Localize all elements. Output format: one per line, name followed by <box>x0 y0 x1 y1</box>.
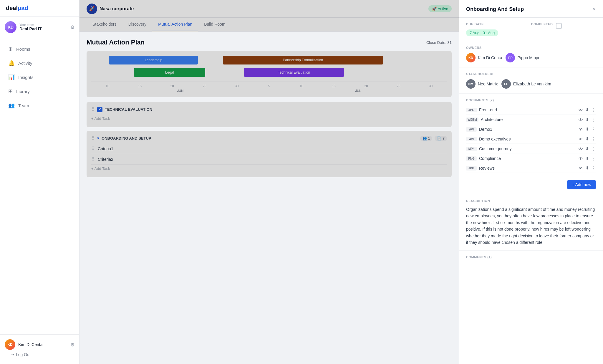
download-icon[interactable]: ⬇ <box>585 107 589 112</box>
user-settings-icon[interactable]: ⚙ <box>70 342 74 348</box>
active-icon: 🚀 <box>432 6 437 11</box>
bar-label: Technical Evaluation <box>278 70 310 75</box>
gantt-bars: Leadership Partnership Formalization Leg… <box>91 56 447 79</box>
more-icon[interactable]: ⋮ <box>592 146 596 151</box>
technical-eval-title: TECHNICAL EVALUATION <box>105 107 152 112</box>
add-task-button-1[interactable]: + Add Task <box>91 115 447 123</box>
sidebar: dealpad KD Your team Deal Pad IT ⚙ ⊕ Roo… <box>0 0 79 364</box>
owners-list: KD Kim Di Centa PP Pippo Mippo <box>466 53 596 62</box>
team-label: Your team <box>19 23 67 27</box>
team-settings-icon[interactable]: ⚙ <box>70 24 74 30</box>
team-avatar: KD <box>5 21 16 33</box>
insights-icon: 📊 <box>8 74 15 80</box>
view-icon[interactable]: 👁 <box>579 107 583 112</box>
more-icon[interactable]: ⋮ <box>592 136 596 142</box>
completed-label: COMPLETED <box>531 22 553 26</box>
more-icon[interactable]: ⋮ <box>592 107 596 112</box>
doc-name: Demo executives <box>479 137 576 141</box>
view-icon[interactable]: 👁 <box>579 137 583 142</box>
due-date-value: 7 Aug - 31 Aug <box>466 29 498 36</box>
bar-label: Partnership Formalization <box>283 58 323 62</box>
expand-icon[interactable]: ▾ <box>97 136 99 140</box>
doc-row-frontend: JPG Front-end 👁 ⬇ ⋮ <box>466 105 596 115</box>
doc-row-demo-exec: AVI Demo executives 👁 ⬇ ⋮ <box>466 135 596 144</box>
task-checkbox[interactable]: ✓ <box>97 107 102 112</box>
drag-handle-icon-3[interactable]: ⠿ <box>91 146 95 151</box>
doc-type: JPG <box>466 166 477 171</box>
stakeholder-avatar-elizabeth: EL <box>501 79 511 89</box>
user-avatar: KD <box>5 339 15 350</box>
onboarding-title: ONBOARDING AND SETUP <box>102 136 151 140</box>
tab-discovery[interactable]: Discovery <box>122 18 152 31</box>
download-icon[interactable]: ⬇ <box>585 146 589 151</box>
more-icon[interactable]: ⋮ <box>592 127 596 132</box>
close-date: Close Date: 31 <box>426 40 452 45</box>
month-labels: JUN JUL <box>91 89 447 92</box>
due-date-section: DUE DATE 7 Aug - 31 Aug COMPLETED <box>459 18 603 41</box>
sidebar-item-rooms[interactable]: ⊕ Rooms <box>2 42 77 56</box>
add-new-button[interactable]: + Add new <box>567 180 596 189</box>
sidebar-item-activity[interactable]: 🔔 Activity <box>2 56 77 70</box>
gantt-bar-legal[interactable]: Legal <box>134 68 205 77</box>
tab-stakeholders[interactable]: Stakeholders <box>87 18 122 31</box>
active-label: Active <box>438 6 448 11</box>
stakeholders-label: STAKEHOLDERS <box>466 72 596 76</box>
library-icon: ⊞ <box>8 88 13 95</box>
drag-handle-icon-2[interactable]: ⠿ <box>91 135 95 141</box>
download-icon[interactable]: ⬇ <box>585 166 589 171</box>
doc-name: Demo1 <box>479 127 576 132</box>
gantt-bar-technical[interactable]: Technical Evaluation <box>244 68 344 77</box>
owners-badge: 👥 1 <box>420 136 433 141</box>
more-icon[interactable]: ⋮ <box>592 117 596 122</box>
documents-list: JPG Front-end 👁 ⬇ ⋮ WEBM Architecture 👁 … <box>466 105 596 173</box>
description-label: DESCRIPTION <box>466 199 596 203</box>
doc-type: PNG <box>466 156 477 161</box>
view-icon[interactable]: 👁 <box>579 117 583 122</box>
sidebar-item-team[interactable]: 👥 Team <box>2 99 77 112</box>
doc-name: Front-end <box>479 107 576 112</box>
close-date-value: 31 <box>448 40 452 45</box>
sidebar-nav: ⊕ Rooms 🔔 Activity 📊 Insights ⊞ Library … <box>0 38 79 334</box>
sidebar-item-label: Activity <box>18 61 32 66</box>
doc-name: Customer journey <box>479 146 576 151</box>
gantt-bar-leadership[interactable]: Leadership <box>109 56 198 64</box>
docs-badge: 📄 7 <box>435 136 447 141</box>
more-icon[interactable]: ⋮ <box>592 166 596 171</box>
doc-row-compliance: PNG Compliance 👁 ⬇ ⋮ <box>466 154 596 163</box>
drag-handle-icon[interactable]: ⠿ <box>91 107 95 112</box>
view-icon[interactable]: 👁 <box>579 146 583 151</box>
logout-button[interactable]: ↪ Log Out <box>5 350 74 359</box>
download-icon[interactable]: ⬇ <box>585 156 589 161</box>
view-icon[interactable]: 👁 <box>579 127 583 132</box>
more-icon[interactable]: ⋮ <box>592 156 596 161</box>
doc-type: AVI <box>466 137 477 141</box>
map-title: Mutual Action Plan <box>87 39 145 46</box>
completed-checkbox[interactable] <box>556 23 562 29</box>
stakeholder-avatar-neo: NM <box>466 79 476 89</box>
view-icon[interactable]: 👁 <box>579 156 583 161</box>
comments-section: COMMENTS (1) <box>459 251 603 264</box>
tab-mutual-action-plan[interactable]: Mutual Action Plan <box>152 18 198 31</box>
download-icon[interactable]: ⬇ <box>585 117 589 122</box>
doc-row-reviews: JPG Reviews 👁 ⬇ ⋮ <box>466 164 596 173</box>
view-icon[interactable]: 👁 <box>579 166 583 171</box>
download-icon[interactable]: ⬇ <box>585 136 589 142</box>
download-icon[interactable]: ⬇ <box>585 127 589 132</box>
tab-build-room[interactable]: Build Room <box>198 18 231 31</box>
sidebar-item-library[interactable]: ⊞ Library <box>2 85 77 98</box>
task-row-criteria2: ⠿ Criteria2 <box>91 154 447 165</box>
criteria1-label: Criteria1 <box>98 146 113 151</box>
gantt-bar-partnership[interactable]: Partnership Formalization <box>223 56 383 64</box>
task-row-criteria1: ⠿ Criteria1 <box>91 143 447 154</box>
panel-header: Onboarding And Setup × <box>459 0 603 18</box>
stakeholder-name-neo: Neo Matrix <box>478 82 498 86</box>
team-name: Deal Pad IT <box>19 27 67 31</box>
drag-handle-icon-4[interactable]: ⠿ <box>91 156 95 162</box>
add-task-button-2[interactable]: + Add Task <box>91 165 447 173</box>
owner-avatar-kim: KD <box>466 53 476 62</box>
stakeholders-section: STAKEHOLDERS NM Neo Matrix EL Elizabeth … <box>459 67 603 94</box>
sidebar-item-insights[interactable]: 📊 Insights <box>2 70 77 84</box>
stakeholder-elizabeth: EL Elizabeth Le van kim <box>501 79 551 89</box>
org-name: Nasa corporate <box>100 6 134 11</box>
panel-close-icon[interactable]: × <box>592 6 596 13</box>
